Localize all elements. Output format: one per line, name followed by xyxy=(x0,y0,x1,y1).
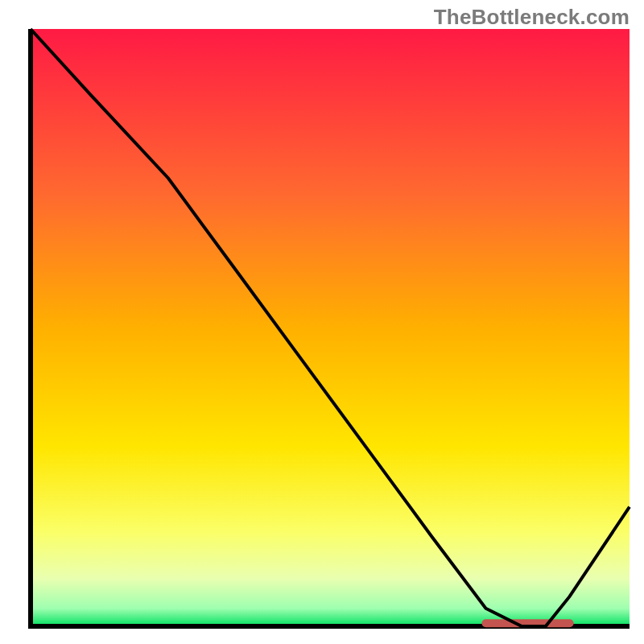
chart-stage: TheBottleneck.com xyxy=(0,0,644,644)
chart-svg xyxy=(0,0,644,644)
plot-background xyxy=(31,29,630,626)
